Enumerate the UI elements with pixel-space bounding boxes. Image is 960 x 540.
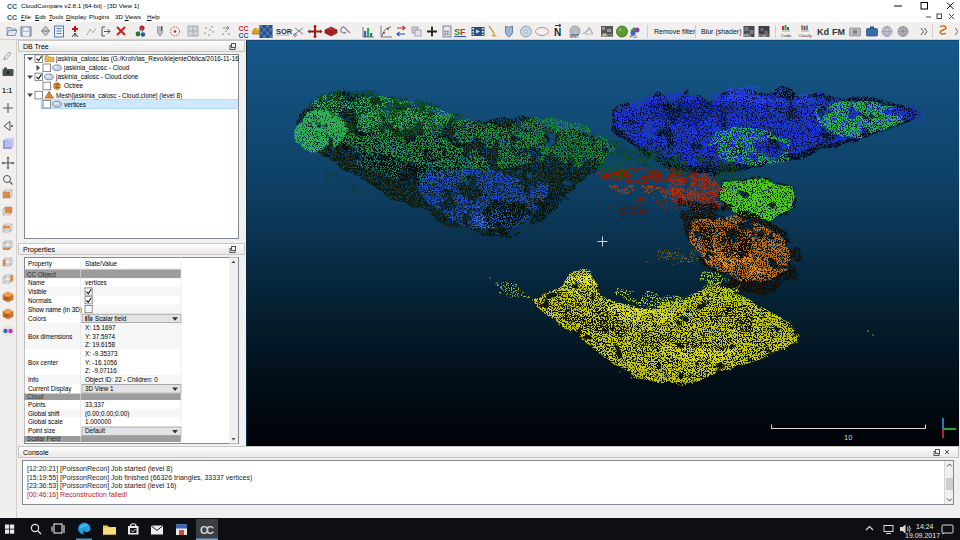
svg-text:1:1: 1:1: [2, 87, 12, 94]
svg-text:Property: Property: [28, 260, 53, 268]
svg-text:Global scale: Global scale: [28, 418, 63, 425]
svg-text:CC: CC: [239, 32, 249, 39]
svg-text:X: 15.1697: X: 15.1697: [85, 324, 116, 331]
svg-text:EDL: EDL: [744, 33, 753, 38]
svg-text:Kd: Kd: [817, 27, 829, 37]
svg-text:CC Object: CC Object: [27, 271, 56, 279]
svg-text:Blur (shader): Blur (shader): [701, 28, 741, 36]
svg-text:Mesh[jaskinia_calosc - Cloud.c: Mesh[jaskinia_calosc - Cloud.clone] (lev…: [56, 92, 182, 100]
svg-text:Cloud: Cloud: [27, 393, 44, 400]
svg-text:Current Display: Current Display: [28, 385, 72, 393]
svg-text:FM: FM: [832, 27, 845, 37]
svg-text:Y: 37.5974: Y: 37.5974: [85, 333, 116, 340]
svg-text:Name: Name: [28, 279, 45, 286]
svg-text:Code: Code: [781, 33, 792, 38]
svg-text:Normals: Normals: [28, 297, 51, 304]
svg-text:Visible: Visible: [28, 288, 47, 295]
svg-text:Box dimensions: Box dimensions: [28, 333, 72, 340]
svg-text:ISO: ISO: [4, 314, 10, 318]
svg-text:CC: CC: [7, 14, 17, 21]
svg-text:vertices: vertices: [85, 279, 107, 286]
svg-text:jaskinia_calosc.las (G:/Kroh/l: jaskinia_calosc.las (G:/Kroh/las_Revo/kl…: [55, 55, 239, 63]
svg-text:State/Value: State/Value: [85, 260, 118, 267]
svg-text:MNT: MNT: [570, 34, 580, 39]
svg-text:Show name (in 3D): Show name (in 3D): [28, 306, 82, 314]
svg-text:14:24: 14:24: [916, 523, 934, 530]
svg-text:Remove filter: Remove filter: [654, 28, 696, 35]
svg-text:ISO: ISO: [4, 297, 10, 301]
svg-text:CC: CC: [7, 3, 17, 10]
svg-text:Scalar Field: Scalar Field: [27, 435, 61, 442]
svg-text:Box center: Box center: [28, 359, 58, 366]
svg-text:19.09.2017: 19.09.2017: [905, 532, 940, 539]
svg-text:PCL: PCL: [630, 34, 639, 39]
svg-text:Scalar field: Scalar field: [95, 315, 127, 322]
svg-text:jaskinia_calosc - Cloud.clone: jaskinia_calosc - Cloud.clone: [55, 73, 139, 81]
svg-text:Points: Points: [28, 401, 46, 408]
svg-text:Default: Default: [85, 427, 105, 434]
svg-text:(0.00;0.00;0.00): (0.00;0.00;0.00): [85, 410, 129, 418]
svg-text:F: F: [460, 27, 466, 37]
svg-text:Global shift: Global shift: [28, 410, 60, 417]
svg-text:Z: 19.6158: Z: 19.6158: [85, 341, 116, 348]
svg-text:N: N: [554, 27, 561, 38]
svg-text:SOR: SOR: [276, 27, 293, 36]
svg-text:3D View 1: 3D View 1: [85, 385, 114, 392]
svg-text:jaskinia_calosc - Cloud: jaskinia_calosc - Cloud: [63, 64, 130, 72]
svg-text:Colors: Colors: [28, 315, 46, 322]
svg-text:C: C: [206, 524, 214, 536]
svg-text:1.000000: 1.000000: [85, 418, 112, 425]
svg-text:Octree: Octree: [64, 82, 84, 89]
svg-text:Point size: Point size: [28, 427, 56, 434]
svg-text:Clasify: Clasify: [799, 33, 813, 38]
svg-text:M3C2: M3C2: [602, 33, 613, 38]
svg-text:vertices: vertices: [64, 101, 86, 108]
svg-text:X: -9.35373: X: -9.35373: [85, 350, 118, 357]
svg-text:Object ID: 22 - Children: 0: Object ID: 22 - Children: 0: [85, 376, 158, 384]
svg-text:Z: -9.07116: Z: -9.07116: [85, 367, 117, 374]
svg-text:SSAO: SSAO: [759, 34, 769, 38]
svg-text:Y: -16.1056: Y: -16.1056: [85, 359, 118, 366]
svg-text:33,337: 33,337: [85, 401, 105, 408]
svg-text:10: 10: [844, 433, 852, 442]
svg-text:Info: Info: [28, 376, 39, 383]
